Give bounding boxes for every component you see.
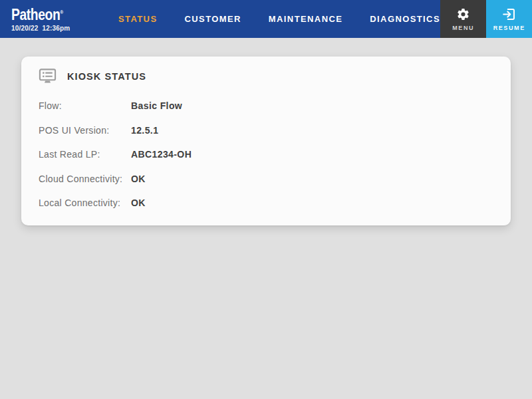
tab-diagnostics[interactable]: DIAGNOSTICS xyxy=(370,14,440,24)
row-label: Cloud Connectivity: xyxy=(39,174,131,184)
status-row-pos-ui-version: POS UI Version: 12.5.1 xyxy=(39,125,493,136)
row-value: OK xyxy=(131,174,146,184)
status-row-cloud-connectivity: Cloud Connectivity: OK xyxy=(39,174,493,184)
row-value: OK xyxy=(131,198,146,208)
main-content: KIOSK STATUS Flow: Basic Flow POS UI Ver… xyxy=(0,38,532,225)
registered-trademark: ® xyxy=(60,9,63,15)
resume-button-label: RESUME xyxy=(493,25,525,31)
brand-logo: Patheon® xyxy=(11,4,88,23)
menu-button[interactable]: MENU xyxy=(440,0,486,38)
row-label: POS UI Version: xyxy=(39,125,131,136)
row-label: Local Connectivity: xyxy=(39,198,131,208)
card-title: KIOSK STATUS xyxy=(67,71,146,82)
datetime-text: 10/20/22 12:36pm xyxy=(11,25,103,32)
status-rows: Flow: Basic Flow POS UI Version: 12.5.1 … xyxy=(39,100,493,208)
main-nav: STATUS CUSTOMER MAINTENANCE DIAGNOSTICS xyxy=(118,0,440,38)
tab-maintenance[interactable]: MAINTENANCE xyxy=(269,14,342,24)
brand-block: Patheon® 10/20/22 12:36pm xyxy=(0,0,103,38)
row-label: Flow: xyxy=(39,100,131,111)
kiosk-status-card: KIOSK STATUS Flow: Basic Flow POS UI Ver… xyxy=(21,57,511,225)
row-value: ABC1234-OH xyxy=(131,149,192,160)
row-value: Basic Flow xyxy=(131,100,182,111)
gear-icon xyxy=(456,7,471,22)
card-header: KIOSK STATUS xyxy=(39,68,493,84)
exit-icon xyxy=(502,7,517,22)
status-row-local-connectivity: Local Connectivity: OK xyxy=(39,198,493,208)
kiosk-display-icon xyxy=(39,68,57,84)
status-row-last-read-lp: Last Read LP: ABC1234-OH xyxy=(39,149,493,160)
tab-status[interactable]: STATUS xyxy=(118,14,157,24)
brand-logo-text: Patheon xyxy=(11,6,60,23)
resume-button[interactable]: RESUME xyxy=(486,0,532,38)
row-label: Last Read LP: xyxy=(39,149,131,160)
tab-customer[interactable]: CUSTOMER xyxy=(184,14,241,24)
row-value: 12.5.1 xyxy=(131,125,158,136)
status-row-flow: Flow: Basic Flow xyxy=(39,100,493,111)
menu-button-label: MENU xyxy=(452,25,474,31)
top-navbar: Patheon® 10/20/22 12:36pm STATUS CUSTOME… xyxy=(0,0,532,38)
